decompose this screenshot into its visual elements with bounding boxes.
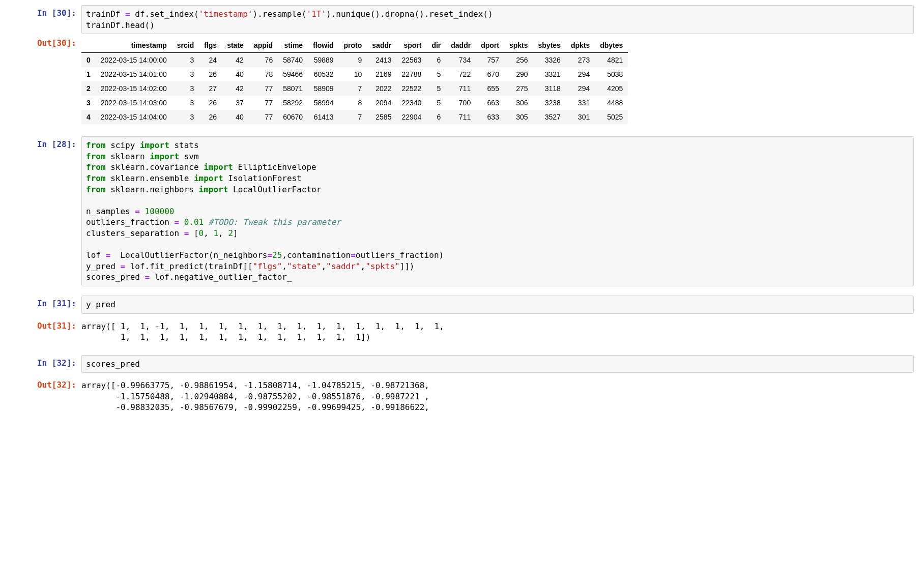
cell: 58292 xyxy=(278,96,308,110)
code-frag: y_pred xyxy=(86,261,120,271)
code-frag: [ xyxy=(189,228,198,238)
cell: 77 xyxy=(249,96,278,110)
cell: 306 xyxy=(504,96,533,110)
cell: 22904 xyxy=(396,110,426,124)
cell: 22563 xyxy=(396,53,426,68)
code-frag: 0 xyxy=(199,228,204,238)
cell: 734 xyxy=(446,53,476,68)
cell-30-output-row: Out[30]: timestamp srcid flgs state appi… xyxy=(10,35,914,127)
code-frag: IsolationForest xyxy=(223,173,302,183)
code-frag: outliers_fraction) xyxy=(356,250,444,260)
code-frag: 2 xyxy=(228,228,233,238)
cell: 10 xyxy=(339,67,367,81)
code-frag: from xyxy=(86,185,106,194)
cell: 301 xyxy=(566,110,595,124)
code-frag: sklearn xyxy=(106,152,150,161)
code-frag: "flgs" xyxy=(253,261,282,271)
code-frag: 100000 xyxy=(145,207,175,216)
cell: 22788 xyxy=(396,67,426,81)
cell: 4205 xyxy=(595,81,628,96)
code-cell-31[interactable]: y_pred xyxy=(81,296,914,314)
code-frag: LocalOutlierFactor(n_neighbors xyxy=(110,250,267,260)
cell-32-input-row: In [32]: scores_pred xyxy=(10,355,914,373)
cell: 290 xyxy=(504,67,533,81)
col-header: state xyxy=(222,38,249,53)
cell: 275 xyxy=(504,81,533,96)
cell: 2094 xyxy=(367,96,396,110)
code-cell-30[interactable]: trainDf = df.set_index('timestamp').resa… xyxy=(81,5,914,34)
code-frag: "state" xyxy=(287,261,321,271)
cell-31-output-row: Out[31]: array([ 1, 1, -1, 1, 1, 1, 1, 1… xyxy=(10,318,914,346)
col-header: appid xyxy=(249,38,278,53)
cell: 3326 xyxy=(533,53,566,68)
cell: 294 xyxy=(566,67,595,81)
code-frag: scipy xyxy=(106,140,140,150)
text-output-32: array([-0.99663775, -0.98861954, -1.1580… xyxy=(81,377,914,416)
cell: 40 xyxy=(222,110,249,124)
cell: 61413 xyxy=(308,110,338,124)
code-frag: , xyxy=(204,228,213,238)
cell: 711 xyxy=(446,81,476,96)
code-frag: = xyxy=(351,250,356,260)
cell-28-body: from scipy import stats from sklearn imp… xyxy=(81,136,914,286)
cell: 2169 xyxy=(367,67,396,81)
output-prompt-31: Out[31]: xyxy=(10,318,81,334)
code-frag: 'timestamp' xyxy=(199,9,253,19)
cell: 5 xyxy=(426,67,446,81)
col-header: proto xyxy=(339,38,367,53)
col-header: flgs xyxy=(199,38,222,53)
col-header: flowid xyxy=(308,38,338,53)
cell: 711 xyxy=(446,110,476,124)
cell-31-input-row: In [31]: y_pred xyxy=(10,296,914,314)
cell: 58740 xyxy=(278,53,308,68)
cell: 26 xyxy=(199,67,222,81)
code-frag: from xyxy=(86,162,106,172)
col-header: sbytes xyxy=(533,38,566,53)
col-header: dpkts xyxy=(566,38,595,53)
cell: 27 xyxy=(199,81,222,96)
cell: 3118 xyxy=(533,81,566,96)
code-frag: from xyxy=(86,152,106,161)
table-row: 42022-03-15 14:04:0032640776067061413725… xyxy=(81,110,628,124)
cell: 3 xyxy=(172,81,199,96)
cell: 2022-03-15 14:00:00 xyxy=(96,53,172,68)
cell: 5 xyxy=(426,96,446,110)
table-row: 22022-03-15 14:02:0032742775807158909720… xyxy=(81,81,628,96)
cell: 3527 xyxy=(533,110,566,124)
code-cell-28[interactable]: from scipy import stats from sklearn imp… xyxy=(81,136,914,286)
cell: 77 xyxy=(249,110,278,124)
code-frag: 1 xyxy=(213,228,218,238)
code-frag: sklearn.covariance xyxy=(106,162,204,172)
code-frag: , xyxy=(321,261,326,271)
cell: 4821 xyxy=(595,53,628,68)
cell: 78 xyxy=(249,67,278,81)
code-frag: = xyxy=(267,250,272,260)
cell-32-output-row: Out[32]: array([-0.99663775, -0.98861954… xyxy=(10,377,914,416)
cell: 2413 xyxy=(367,53,396,68)
code-frag: , xyxy=(282,261,287,271)
cell: 6 xyxy=(426,53,446,68)
code-cell-32[interactable]: scores_pred xyxy=(81,355,914,373)
code-frag: lof.negative_outlier_factor_ xyxy=(150,272,292,282)
input-prompt-30: In [30]: xyxy=(10,5,81,21)
table-row: 02022-03-15 14:00:0032442765874059889924… xyxy=(81,53,628,68)
code-frag: , xyxy=(218,228,228,238)
code-frag: ]]) xyxy=(400,261,415,271)
cell: 722 xyxy=(446,67,476,81)
cell-30-output: timestamp srcid flgs state appid stime f… xyxy=(81,35,914,127)
col-header: stime xyxy=(278,38,308,53)
code-frag: EllipticEnvelope xyxy=(233,162,316,172)
cell: 40 xyxy=(222,67,249,81)
code-frag: lof.fit_predict(trainDf[[ xyxy=(125,261,252,271)
col-header: daddr xyxy=(446,38,476,53)
text-output-31: array([ 1, 1, -1, 1, 1, 1, 1, 1, 1, 1, 1… xyxy=(81,318,914,346)
cell: 3238 xyxy=(533,96,566,110)
code-frag: sklearn.ensemble xyxy=(106,173,194,183)
cell-30-input-row: In [30]: trainDf = df.set_index('timesta… xyxy=(10,5,914,34)
col-header: timestamp xyxy=(96,38,172,53)
col-header: dport xyxy=(476,38,504,53)
cell: 5025 xyxy=(595,110,628,124)
cell-32-output-body: array([-0.99663775, -0.98861954, -1.1580… xyxy=(81,377,914,416)
code-frag: "saddr" xyxy=(326,261,360,271)
cell: 655 xyxy=(476,81,504,96)
